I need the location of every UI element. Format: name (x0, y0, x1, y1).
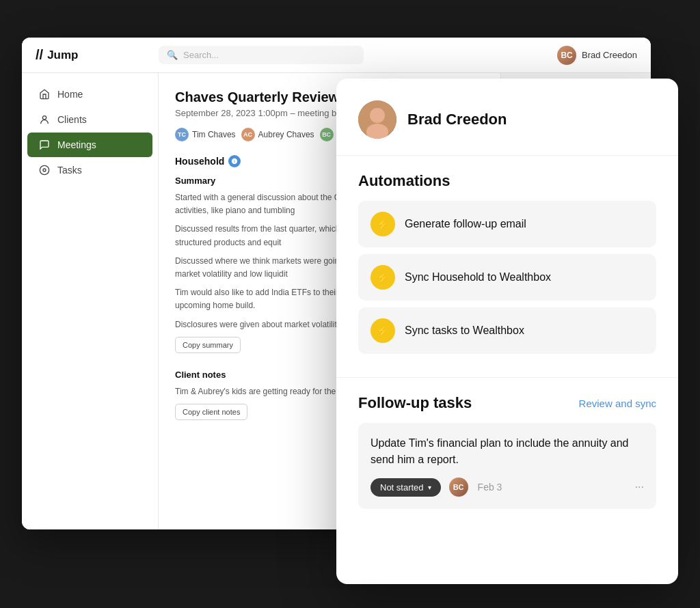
search-placeholder: Search... (183, 50, 219, 60)
attendee-name-tim: Tim Chaves (192, 130, 236, 139)
followup-title: Follow-up tasks (358, 394, 472, 412)
svg-point-0 (42, 116, 46, 120)
followup-section: Follow-up tasks Review and sync Update T… (336, 378, 678, 584)
task-text: Update Tim's financial plan to include t… (371, 435, 644, 468)
overlay-automations: Automations ⚡ Generate follow-up email ⚡… (336, 156, 678, 378)
household-text: Household (175, 156, 224, 167)
automation-card-email[interactable]: ⚡ Generate follow-up email (358, 201, 656, 247)
svg-point-4 (370, 108, 385, 123)
automation-label-tasks: Sync tasks to Wealthbox (405, 324, 524, 337)
app-logo: // Jump (36, 47, 145, 63)
svg-point-2 (43, 169, 46, 171)
home-label: Home (57, 89, 83, 100)
user-section: BC Brad Creedon (557, 46, 637, 65)
copy-client-notes-button[interactable]: Copy client notes (175, 404, 247, 420)
attendee-avatar-brad: BC (320, 128, 334, 141)
clients-icon (38, 113, 51, 126)
attendee-name-aubrey: Aubrey Chaves (258, 130, 314, 139)
task-card: Update Tim's financial plan to include t… (358, 423, 656, 509)
overlay-automations-title: Automations (358, 172, 656, 190)
svg-point-1 (40, 165, 49, 174)
task-footer: Not started ▾ BC Feb 3 ··· (371, 478, 644, 497)
automation-card-household[interactable]: ⚡ Sync Household to Wealthbox (358, 254, 656, 301)
sidebar-item-clients[interactable]: Clients (27, 107, 152, 132)
avatar: BC (557, 46, 576, 65)
household-badge (228, 155, 241, 167)
clients-label: Clients (57, 114, 87, 125)
logo-icon: // (36, 47, 43, 63)
copy-summary-button[interactable]: Copy summary (175, 337, 241, 353)
review-sync-link[interactable]: Review and sync (579, 398, 656, 409)
task-assignee-avatar: BC (449, 478, 468, 497)
profile-avatar (358, 100, 396, 139)
meetings-label: Meetings (57, 139, 96, 150)
attendee-aubrey: AC Aubrey Chaves (241, 128, 314, 141)
meetings-icon (38, 139, 51, 151)
sidebar: Home Clients Meetings (22, 73, 159, 529)
search-bar[interactable]: 🔍 Search... (159, 46, 364, 64)
task-date: Feb 3 (478, 482, 502, 493)
logo-text: Jump (47, 49, 78, 62)
lightning-icon-household: ⚡ (371, 265, 395, 290)
attendee-avatar-tim: TC (175, 128, 189, 141)
sidebar-item-tasks[interactable]: Tasks (27, 158, 152, 182)
search-icon: 🔍 (167, 50, 178, 60)
home-icon (38, 88, 51, 100)
automation-label-household: Sync Household to Wealthbox (405, 271, 551, 284)
sidebar-item-home[interactable]: Home (27, 82, 152, 107)
tasks-icon (38, 164, 51, 176)
user-name-label: Brad Creedon (582, 50, 637, 60)
task-more-options[interactable]: ··· (635, 481, 644, 493)
lightning-icon-email: ⚡ (371, 212, 395, 236)
lightning-icon-tasks: ⚡ (371, 318, 395, 343)
followup-header: Follow-up tasks Review and sync (358, 394, 656, 412)
profile-section: Brad Creedon (336, 79, 678, 156)
status-label: Not started (380, 482, 424, 493)
profile-name: Brad Creedon (407, 111, 507, 128)
automation-label-email: Generate follow-up email (405, 218, 526, 230)
overlay-panel: Brad Creedon Automations ⚡ Generate foll… (336, 79, 678, 584)
sidebar-item-meetings[interactable]: Meetings (27, 133, 152, 157)
automation-card-tasks[interactable]: ⚡ Sync tasks to Wealthbox (358, 307, 656, 354)
chevron-down-icon: ▾ (428, 484, 431, 491)
attendee-avatar-aubrey: AC (241, 128, 255, 141)
attendee-tim: TC Tim Chaves (175, 128, 236, 141)
tasks-label: Tasks (57, 165, 82, 176)
status-badge[interactable]: Not started ▾ (371, 478, 441, 497)
